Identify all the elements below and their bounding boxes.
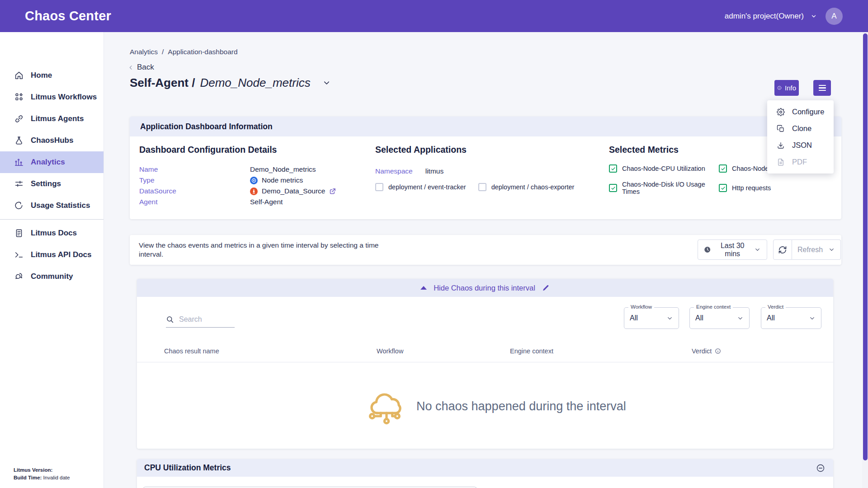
bar-chart-icon (14, 157, 24, 167)
project-switcher[interactable]: admin's project(Owner) (725, 12, 817, 21)
breadcrumb-application-dashboard[interactable]: Application-dashboard (168, 48, 237, 56)
sidebar-item-litmus-docs[interactable]: Litmus Docs (0, 222, 104, 244)
version-footer: Litmus Version: Build Time: Invalid date (14, 466, 70, 482)
cloud-network-icon (367, 386, 406, 426)
scrollbar-track[interactable] (862, 32, 868, 488)
scrollbar-thumb[interactable] (863, 33, 868, 460)
checkbox-chaos-exporter[interactable]: deployment / chaos-exporter (478, 183, 575, 191)
search-input[interactable] (178, 315, 232, 324)
checkbox-http-requests[interactable]: Http requests (719, 181, 830, 195)
table-header-divider (137, 362, 833, 362)
info-circle-icon[interactable] (715, 348, 721, 354)
chevron-down-icon (322, 79, 331, 87)
verdict-filter-select[interactable]: Verdict All (761, 307, 821, 329)
application-dashboard-information-panel: Application Dashboard Information Dashbo… (130, 117, 841, 219)
menu-item-pdf[interactable]: PDF (767, 154, 834, 170)
sidebar-item-home[interactable]: Home (0, 65, 104, 86)
checkbox-disk-io-times[interactable]: Chaos-Node-Disk I/O Usage Times (609, 181, 719, 195)
time-interval-bar: View the chaos events and metrics in a g… (130, 235, 841, 265)
chaos-interval-card: Hide Chaos during this interval Workflow… (137, 279, 833, 449)
collapse-section-button[interactable] (816, 464, 825, 473)
terminal-icon (14, 250, 24, 260)
sidebar-item-label: ChaosHubs (31, 136, 73, 145)
namespace-label: Namespace (375, 167, 413, 175)
menu-item-label: Clone (792, 124, 811, 133)
link-icon (14, 114, 24, 124)
cpu-panel-header: CPU Utilization Metrics (137, 459, 833, 477)
chevron-down-icon (828, 246, 835, 253)
sidebar-item-community[interactable]: Community (0, 266, 104, 287)
version-label: Litmus Version: (14, 467, 52, 473)
dashboard-menu-dropdown: Configure Clone JSON PDF (767, 100, 834, 174)
back-button[interactable]: Back (128, 63, 154, 72)
column-header-workflow: Workflow (377, 347, 403, 355)
hide-chaos-toggle[interactable]: Hide Chaos during this interval (137, 279, 833, 297)
sidebar-item-litmus-agents[interactable]: Litmus Agents (0, 108, 104, 130)
home-icon (14, 70, 24, 80)
workflow-filter-select[interactable]: Workflow All (624, 307, 679, 329)
column-header-engine-context: Engine context (510, 347, 553, 355)
refresh-now-button[interactable] (773, 239, 792, 260)
page-title-dashboard: Demo_Node_metrics (200, 76, 310, 90)
prometheus-icon (250, 188, 258, 195)
chevron-down-icon (737, 315, 744, 322)
info-button[interactable]: Info (774, 80, 799, 96)
checkbox-checked-icon (719, 164, 727, 173)
sliders-icon (14, 179, 24, 189)
search-field (166, 315, 235, 328)
sidebar-item-usage-statistics[interactable]: Usage Statistics (0, 195, 104, 216)
app-title: Chaos Center (25, 9, 111, 23)
sidebar-item-label: Analytics (31, 158, 65, 167)
engine-context-filter-select[interactable]: Engine context All (689, 307, 750, 329)
usage-circle-icon (14, 201, 24, 211)
search-icon (166, 315, 174, 324)
filter-label: Workflow (628, 304, 654, 310)
sidebar: Home Litmus Workflows Litmus Agents Chao… (0, 32, 104, 488)
cpu-utilization-panel: CPU Utilization Metrics (137, 459, 833, 488)
sidebar-item-label: Litmus Workflows (31, 93, 97, 102)
chevron-down-icon (811, 13, 817, 19)
dashboard-switcher-button[interactable] (322, 79, 331, 87)
empty-state-message: No chaos happened during the interval (416, 399, 626, 413)
chevron-left-icon (128, 65, 134, 70)
checkbox-unchecked-icon (375, 183, 383, 191)
sidebar-item-analytics[interactable]: Analytics (0, 151, 104, 173)
sidebar-item-chaoshubs[interactable]: ChaosHubs (0, 130, 104, 151)
sidebar-item-label: Usage Statistics (31, 201, 90, 210)
workflows-icon (14, 92, 24, 102)
breadcrumb-analytics[interactable]: Analytics (130, 48, 158, 56)
menu-item-clone[interactable]: Clone (767, 120, 834, 137)
document-icon (14, 228, 24, 238)
namespace-value: litmus (425, 167, 443, 175)
refresh-label: Refresh (797, 246, 823, 254)
sidebar-item-settings[interactable]: Settings (0, 173, 104, 195)
sidebar-item-label: Community (31, 272, 73, 281)
hamburger-icon (819, 85, 826, 86)
menu-item-label: PDF (792, 158, 807, 166)
sidebar-item-litmus-api-docs[interactable]: Litmus API Docs (0, 244, 104, 266)
menu-item-configure[interactable]: Configure (767, 103, 834, 120)
sidebar-item-label: Litmus Agents (31, 114, 84, 123)
dashboard-menu-button[interactable] (813, 80, 831, 96)
filter-label: Verdict (765, 304, 786, 310)
sidebar-item-litmus-workflows[interactable]: Litmus Workflows (0, 86, 104, 108)
external-link-icon[interactable] (329, 188, 336, 195)
refresh-interval-select[interactable]: Refresh (792, 239, 841, 260)
download-icon (777, 141, 785, 150)
column-header-verdict: Verdict (692, 347, 721, 355)
checkbox-checked-icon (609, 164, 617, 173)
back-label: Back (137, 63, 154, 72)
checkbox-cpu-utilization[interactable]: Chaos-Node-CPU Utilization (609, 164, 719, 173)
breadcrumb: Analytics / Application-dashboard (130, 48, 238, 56)
dashboard-title-row: Self-Agent / Demo_Node_metrics (130, 76, 331, 90)
chevron-down-icon (809, 315, 816, 322)
menu-item-json[interactable]: JSON (767, 137, 834, 154)
sidebar-divider (0, 219, 104, 220)
checkbox-event-tracker[interactable]: deployment / event-tracker (375, 183, 466, 191)
dashboard-configuration-details: Dashboard Configuration Details Name Dem… (139, 145, 336, 207)
edit-pencil-icon[interactable] (542, 284, 550, 292)
config-row-type: Type Node metrics (139, 175, 336, 186)
time-range-select[interactable]: Last 30 mins (698, 239, 767, 260)
filter-value: All (630, 314, 638, 322)
avatar[interactable]: A (826, 8, 843, 25)
